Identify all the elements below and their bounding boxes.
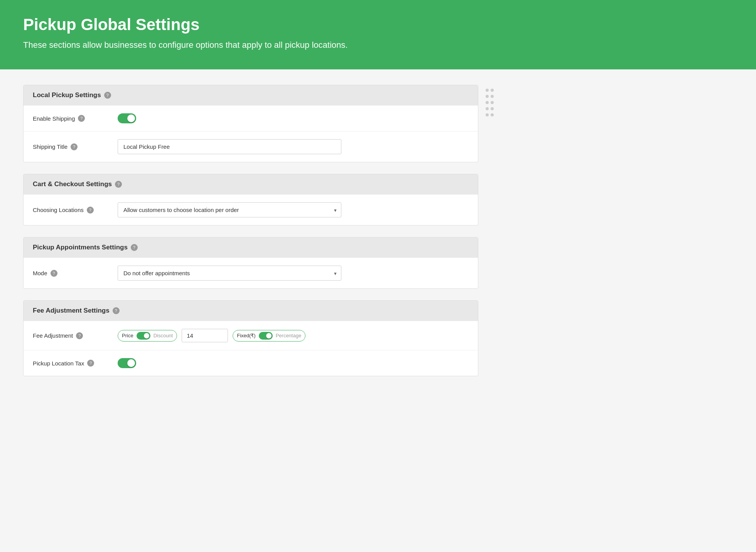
fee-adjustment-number-input[interactable] <box>182 329 228 342</box>
mode-select[interactable]: Do not offer appointments Offer appointm… <box>118 266 341 281</box>
header-banner: Pickup Global Settings These sections al… <box>0 0 756 69</box>
mode-control: Do not offer appointments Offer appointm… <box>118 266 469 281</box>
fee-adjustment-settings-help-icon[interactable]: ? <box>113 307 120 314</box>
fee-adjustment-settings-title: Fee Adjustment Settings <box>33 307 110 315</box>
choosing-locations-control: Allow customers to choose location per o… <box>118 202 469 217</box>
enable-shipping-control <box>118 113 469 123</box>
page-title: Pickup Global Settings <box>23 15 733 34</box>
shipping-title-label: Shipping Title ? <box>33 143 118 150</box>
enable-shipping-help-icon[interactable]: ? <box>78 115 85 122</box>
local-pickup-settings-header: Local Pickup Settings ? <box>24 85 478 105</box>
page-subtitle: These sections allow businesses to confi… <box>23 40 733 50</box>
pickup-location-tax-help-icon[interactable]: ? <box>87 360 94 367</box>
cart-checkout-settings-header: Cart & Checkout Settings ? <box>24 174 478 194</box>
fixed-label: Fixed(₹) <box>237 333 255 338</box>
shipping-title-row: Shipping Title ? <box>24 131 478 162</box>
pickup-appointments-settings-header: Pickup Appointments Settings ? <box>24 237 478 257</box>
cart-checkout-settings-help-icon[interactable]: ? <box>115 181 122 188</box>
mode-row: Mode ? Do not offer appointments Offer a… <box>24 257 478 288</box>
fee-adjustment-label: Fee Adjustment ? <box>33 332 118 339</box>
fee-adjustment-row: Fee Adjustment ? Price Discount <box>24 321 478 350</box>
local-pickup-settings-title: Local Pickup Settings <box>33 91 101 99</box>
choosing-locations-row: Choosing Locations ? Allow customers to … <box>24 194 478 225</box>
price-discount-toggle[interactable] <box>137 332 150 340</box>
fee-adjustment-settings-card: Fee Adjustment Settings ? Fee Adjustment… <box>23 300 478 376</box>
pickup-appointments-settings-card: Pickup Appointments Settings ? Mode ? Do… <box>23 237 478 289</box>
fee-adjustment-help-icon[interactable]: ? <box>76 332 83 339</box>
choosing-locations-help-icon[interactable]: ? <box>87 207 94 214</box>
pickup-location-tax-control <box>118 358 469 368</box>
enable-shipping-row: Enable Shipping ? <box>24 105 478 131</box>
pickup-location-tax-label: Pickup Location Tax ? <box>33 360 118 367</box>
local-pickup-settings-card: Local Pickup Settings ? Enable Shipping … <box>23 85 478 162</box>
price-discount-toggle-group: Price Discount <box>118 330 177 342</box>
local-pickup-settings-help-icon[interactable]: ? <box>104 92 111 99</box>
fixed-percentage-toggle-group: Fixed(₹) Percentage <box>233 330 305 342</box>
shipping-title-help-icon[interactable]: ? <box>71 143 78 150</box>
mode-label: Mode ? <box>33 270 118 277</box>
cart-checkout-settings-title: Cart & Checkout Settings <box>33 180 112 188</box>
pickup-appointments-settings-help-icon[interactable]: ? <box>131 244 138 251</box>
fee-adjustment-controls: Price Discount Fixed(₹) Per <box>118 329 305 342</box>
shipping-title-control <box>118 139 469 154</box>
main-content: Local Pickup Settings ? Enable Shipping … <box>0 69 501 403</box>
fee-adjustment-control: Price Discount Fixed(₹) Per <box>118 329 469 342</box>
cart-checkout-settings-card: Cart & Checkout Settings ? Choosing Loca… <box>23 174 478 226</box>
shipping-title-input[interactable] <box>118 139 341 154</box>
pickup-appointments-settings-title: Pickup Appointments Settings <box>33 244 128 251</box>
discount-label: Discount <box>154 333 173 338</box>
choosing-locations-label: Choosing Locations ? <box>33 207 118 214</box>
pickup-location-tax-row: Pickup Location Tax ? <box>24 350 478 376</box>
price-label: Price <box>122 333 133 338</box>
mode-select-wrapper: Do not offer appointments Offer appointm… <box>118 266 341 281</box>
enable-shipping-toggle[interactable] <box>118 113 136 123</box>
percentage-label: Percentage <box>276 333 302 338</box>
mode-help-icon[interactable]: ? <box>51 270 57 277</box>
scroll-dots <box>486 89 494 116</box>
fixed-percentage-toggle[interactable] <box>259 332 273 340</box>
fee-adjustment-settings-header: Fee Adjustment Settings ? <box>24 301 478 321</box>
choosing-locations-select[interactable]: Allow customers to choose location per o… <box>118 202 341 217</box>
pickup-location-tax-toggle[interactable] <box>118 358 136 368</box>
choosing-locations-select-wrapper: Allow customers to choose location per o… <box>118 202 341 217</box>
enable-shipping-label: Enable Shipping ? <box>33 115 118 122</box>
